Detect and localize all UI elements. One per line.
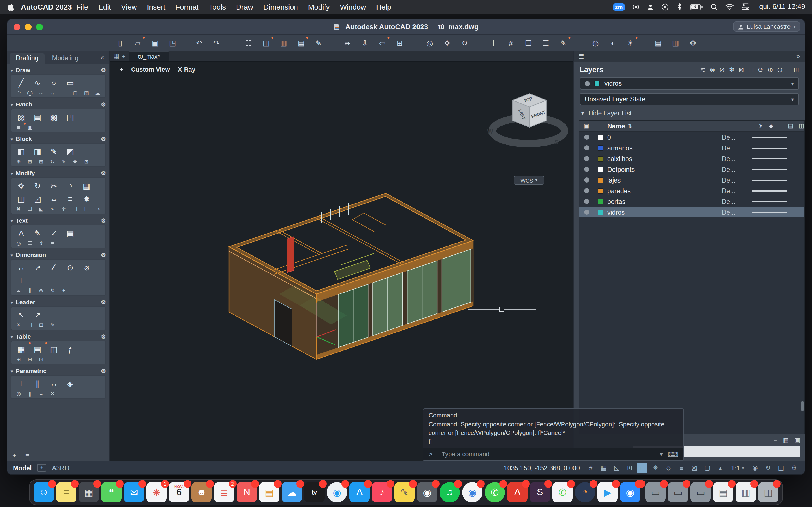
offset-tool[interactable]: ≡ xyxy=(62,192,79,205)
layer-list-header[interactable]: ▣ Name ⇅ ☀◆≡▤◫ xyxy=(579,121,804,132)
layer-color-swatch[interactable] xyxy=(598,209,603,215)
break-tool[interactable]: ⊣ xyxy=(69,205,81,212)
section-settings-icon[interactable] xyxy=(101,170,106,176)
calendar[interactable]: NOV. 6 xyxy=(169,482,189,503)
edit-cell-tool[interactable]: ◫ xyxy=(46,342,62,355)
rectangle-tool[interactable]: ▭ xyxy=(62,76,79,89)
menu-item[interactable]: View xyxy=(121,3,137,11)
news[interactable]: N xyxy=(237,482,257,503)
scale-tool[interactable]: ◿ xyxy=(29,192,46,205)
new-drawing-tab-button[interactable]: + xyxy=(122,53,126,59)
layer-name[interactable]: lajes xyxy=(607,177,620,183)
table-tool[interactable]: ▦• xyxy=(13,342,29,355)
layer-row[interactable]: Defpoints De... xyxy=(579,164,804,175)
object-snap-icon[interactable]: ◇ xyxy=(663,463,673,473)
layer-color-swatch[interactable] xyxy=(598,156,603,161)
undo-button[interactable]: ↶ xyxy=(193,37,205,48)
align-tool[interactable]: ✛ xyxy=(58,205,69,212)
quick-calc-button[interactable]: # xyxy=(505,37,516,48)
zoom-window-button[interactable]: ◎ xyxy=(424,37,435,48)
viewport-control[interactable]: + xyxy=(116,66,127,73)
explode-block-tool[interactable]: ✸ xyxy=(69,158,81,165)
parallel-constraint-tool[interactable]: ∥ xyxy=(24,390,36,397)
menu-item[interactable]: Draw xyxy=(236,3,253,11)
reminders[interactable]: ≣ 2 xyxy=(214,482,234,503)
cui-button[interactable]: ⚙ xyxy=(688,37,699,48)
control-center-icon[interactable] xyxy=(742,3,749,10)
define-attribute-tool[interactable]: ⊟ xyxy=(24,158,36,165)
notes[interactable]: ≡ xyxy=(56,482,77,503)
stretch-tool[interactable]: ↔ xyxy=(46,192,62,205)
open-file-button[interactable]: ▱ • xyxy=(132,37,143,48)
orbit-button[interactable]: ↻ xyxy=(459,37,470,48)
materials-button[interactable]: ◐ xyxy=(607,37,619,48)
sheet-set-button[interactable]: ▤ xyxy=(652,37,664,48)
align-leaders-tool[interactable]: ⊣ xyxy=(24,321,36,328)
menu-item[interactable]: Dimension xyxy=(263,3,298,11)
plot-button[interactable]: ☷ xyxy=(243,37,254,48)
geometric-constraint-tool[interactable]: ⊥ xyxy=(13,377,29,390)
viewport-control[interactable]: X-Ray xyxy=(174,66,199,73)
array-tool[interactable]: ▦ xyxy=(79,179,95,192)
continue-dimension-tool[interactable]: ∥ xyxy=(24,287,36,294)
spell-check-tool[interactable]: ✓ xyxy=(46,226,62,239)
block-editor-tool[interactable]: ✎ xyxy=(46,145,62,158)
section-settings-icon[interactable] xyxy=(101,135,106,142)
messages[interactable]: ❝ xyxy=(101,482,121,503)
markup-button[interactable]: ✎ xyxy=(313,37,324,48)
equal-constraint-tool[interactable]: = xyxy=(36,390,47,397)
layer-state-icon[interactable]: ⊜ xyxy=(710,66,715,73)
ordinate-dimension-tool[interactable]: ⊥ xyxy=(13,274,29,287)
justify-text-tool[interactable]: ☰ xyxy=(24,239,36,247)
edit-block-tool[interactable]: ✎ xyxy=(58,158,69,165)
downloads-stack[interactable]: ▥ xyxy=(735,482,756,503)
launchpad[interactable]: ▦ xyxy=(79,482,99,503)
rotate-tool[interactable]: ↻ xyxy=(29,179,46,192)
layer-name[interactable]: armarios xyxy=(607,145,632,151)
apple-tv[interactable]: tv xyxy=(304,482,324,503)
col-lock-icon[interactable]: ◆ xyxy=(769,123,773,129)
annotation-visibility-icon[interactable]: ▲ xyxy=(715,463,725,473)
share-button[interactable]: ➦ xyxy=(342,37,353,48)
mail[interactable]: ✉ xyxy=(124,482,144,503)
tab-modeling[interactable]: Modeling xyxy=(46,53,85,64)
minimized-window-1[interactable]: ▭ xyxy=(645,482,666,503)
aligned-dimension-tool[interactable]: ↗ xyxy=(29,261,46,274)
import-text-tool[interactable]: ▤ xyxy=(62,226,79,239)
erase-tool[interactable]: ✖ xyxy=(13,205,24,212)
show-constraints-tool[interactable]: ◎ xyxy=(13,390,24,397)
tab-drafting[interactable]: Drafting xyxy=(10,53,45,64)
page-setup-button[interactable]: ▥ xyxy=(278,37,289,48)
minimize-button[interactable] xyxy=(25,24,32,31)
music[interactable]: ♪ xyxy=(372,482,392,503)
linear-dimension-tool[interactable]: ↔ xyxy=(13,261,29,274)
menu-item[interactable]: Modify xyxy=(308,3,330,11)
layer-match-icon[interactable]: ⊡ xyxy=(748,66,754,73)
layer-name[interactable]: Defpoints xyxy=(607,166,635,173)
gradient-tool[interactable]: ▩ xyxy=(46,110,62,123)
properties-button[interactable]: ☰ xyxy=(540,37,552,48)
layer-color-swatch[interactable] xyxy=(598,134,603,140)
sync-attributes-tool[interactable]: ↻ xyxy=(47,158,58,165)
viewport-control[interactable]: Custom View xyxy=(127,66,174,73)
firefox[interactable]: ◔ xyxy=(575,482,595,503)
leader-style-tool[interactable]: ✎ xyxy=(47,321,58,328)
mtext-tool[interactable]: A xyxy=(13,226,29,239)
command-panel[interactable]: Command:Command: Specify opposite corner… xyxy=(423,408,684,461)
edit-text-tool[interactable]: ✎ xyxy=(29,226,46,239)
dynamic-input-icon[interactable]: ⊞ xyxy=(624,463,635,473)
wipeout-tool[interactable]: ▧ xyxy=(81,89,92,96)
render-button[interactable]: ◍ xyxy=(590,37,601,48)
palette-collapse-button[interactable]: « xyxy=(98,54,107,64)
batch-plot-button[interactable]: ▤ • xyxy=(296,37,307,48)
new-layout-button[interactable]: + xyxy=(37,464,46,471)
close-button[interactable] xyxy=(13,24,20,31)
revision-cloud-tool[interactable]: ☁ xyxy=(92,89,103,96)
autoscale-icon[interactable]: ↻ xyxy=(763,463,773,473)
name-column-header[interactable]: Name xyxy=(607,122,625,129)
apple-menu-icon[interactable] xyxy=(7,3,14,11)
radius-dimension-tool[interactable]: ⊙ xyxy=(62,261,79,274)
customize-icon[interactable]: ⚙ xyxy=(789,463,799,473)
layer-merge-icon[interactable]: ⊕ xyxy=(767,66,773,73)
command-input-placeholder[interactable]: Type a command xyxy=(442,450,490,459)
